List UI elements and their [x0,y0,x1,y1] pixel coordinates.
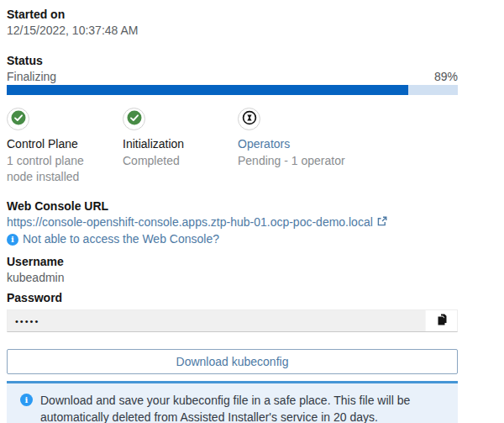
web-console-help-link[interactable]: Not able to access the Web Console? [23,231,219,247]
started-on-value: 12/15/2022, 10:37:48 AM [7,23,458,39]
status-label: Status [7,53,458,69]
kubeconfig-info-alert: i Download and save your kubeconfig file… [7,381,458,423]
step-title-operators-link[interactable]: Operators [238,136,345,152]
progress-percent: 89% [434,70,458,83]
step-status-ring [123,108,145,130]
info-icon: i [20,394,33,406]
web-console-label: Web Console URL [7,198,458,214]
pending-hourglass-icon [242,110,257,129]
step-status-ring [7,108,29,130]
step-initialization: Initialization Completed [123,108,238,185]
step-subtitle: 1 control plane node installed [7,153,113,185]
copy-password-button[interactable] [425,310,457,331]
started-on-field: Started on 12/15/2022, 10:37:48 AM [7,7,458,39]
step-subtitle: Completed [123,153,228,169]
username-label: Username [7,254,458,270]
username-field: Username kubeadmin [7,254,458,286]
progress-bar [7,85,458,95]
info-icon: i [7,234,18,246]
step-operators: Operators Pending - 1 operator [238,108,355,185]
status-value: Finalizing [7,69,56,85]
web-console-field: Web Console URL https://console-openshif… [7,198,458,247]
progress-fill [7,85,408,95]
step-title: Initialization [123,136,228,152]
copy-icon [435,313,448,329]
install-progress-panel: Started on 12/15/2022, 10:37:48 AM Statu… [0,0,458,423]
step-status-ring [238,108,260,130]
external-link-icon[interactable] [376,214,387,230]
status-field: Status Finalizing 89% [7,53,458,85]
password-label: Password [7,290,458,306]
web-console-url-link[interactable]: https://console-openshift-console.apps.z… [7,214,373,230]
started-on-label: Started on [7,7,458,23]
check-circle-icon [127,110,142,129]
alert-text: Download and save your kubeconfig file i… [40,392,444,423]
step-control-plane: Control Plane 1 control plane node insta… [7,108,123,185]
step-subtitle: Pending - 1 operator [238,153,345,169]
password-input[interactable] [8,310,425,331]
check-circle-icon [11,110,26,129]
download-kubeconfig-button[interactable]: Download kubeconfig [7,349,458,374]
install-steps: Control Plane 1 control plane node insta… [7,108,458,185]
password-field: Password [7,290,458,332]
step-title: Control Plane [7,136,113,152]
username-value: kubeadmin [7,270,458,286]
